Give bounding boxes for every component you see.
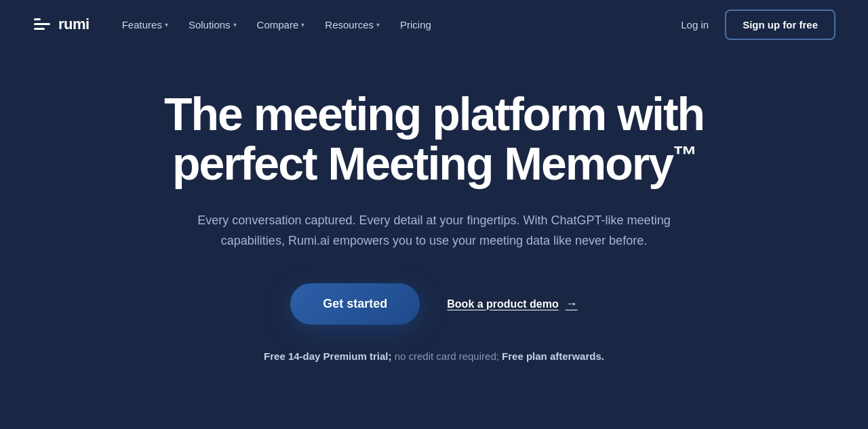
nav-links: Features ▾ Solutions ▾ Compare ▾ Resourc… <box>114 14 439 36</box>
main-nav: rumi Features ▾ Solutions ▾ Compare ▾ Re… <box>0 0 868 49</box>
logo-text: rumi <box>58 16 90 33</box>
svg-rect-1 <box>34 23 50 25</box>
compare-chevron-icon: ▾ <box>301 21 304 28</box>
get-started-button[interactable]: Get started <box>290 283 420 325</box>
book-demo-link[interactable]: Book a product demo → <box>447 297 577 311</box>
nav-resources[interactable]: Resources ▾ <box>317 14 388 36</box>
features-chevron-icon: ▾ <box>165 21 168 28</box>
login-button[interactable]: Log in <box>678 14 711 36</box>
resources-chevron-icon: ▾ <box>376 21 380 28</box>
hero-subtitle: Every conversation captured. Every detai… <box>197 211 671 251</box>
nav-compare[interactable]: Compare ▾ <box>249 14 313 36</box>
svg-rect-2 <box>34 28 45 30</box>
hero-title: The meeting platform with perfect Meetin… <box>164 89 704 189</box>
nav-pricing[interactable]: Pricing <box>392 14 439 36</box>
logo-icon <box>33 15 52 34</box>
logo-link[interactable]: rumi <box>33 15 90 34</box>
book-demo-arrow-icon: → <box>566 297 578 311</box>
solutions-chevron-icon: ▾ <box>233 21 237 28</box>
signup-button[interactable]: Sign up for free <box>725 9 835 40</box>
hero-section: The meeting platform with perfect Meetin… <box>0 49 868 392</box>
nav-features[interactable]: Features ▾ <box>114 14 176 36</box>
nav-right: Log in Sign up for free <box>678 9 835 40</box>
nav-left: rumi Features ▾ Solutions ▾ Compare ▾ Re… <box>33 14 439 36</box>
hero-actions: Get started Book a product demo → <box>290 283 577 325</box>
nav-solutions[interactable]: Solutions ▾ <box>180 14 245 36</box>
trial-notice: Free 14-day Premium trial; no credit car… <box>264 349 604 365</box>
svg-rect-0 <box>34 18 41 20</box>
